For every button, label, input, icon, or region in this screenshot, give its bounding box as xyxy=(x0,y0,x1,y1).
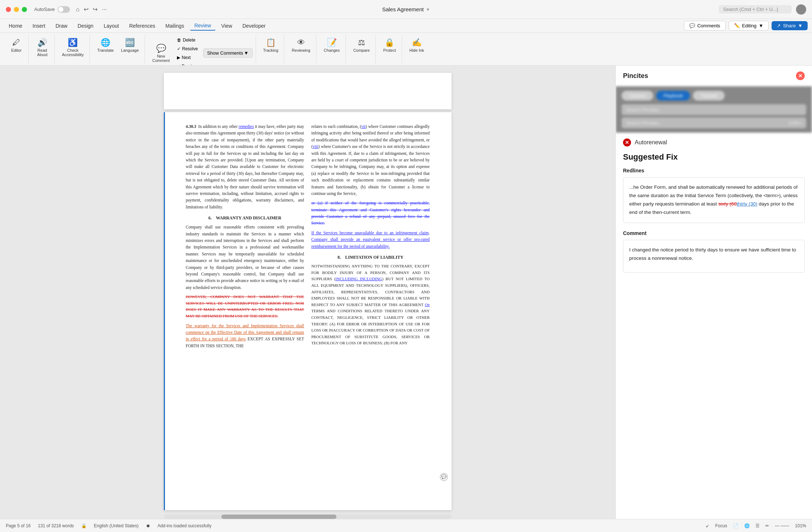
menu-layout[interactable]: Layout xyxy=(99,21,123,30)
columns-icon[interactable]: ☰ xyxy=(756,523,760,528)
tab-playbook[interactable]: Playbook xyxy=(656,91,690,101)
ribbon-editor-button[interactable]: 🖊 Editor xyxy=(7,36,25,54)
pincites-close-button[interactable]: ✕ xyxy=(796,71,805,80)
ribbon-group-reviewing: 👁 Reviewing xyxy=(286,35,316,63)
menu-draw[interactable]: Draw xyxy=(51,21,72,30)
share-button[interactable]: ↗ Share ▼ xyxy=(772,21,808,30)
pincites-panel: Pincites ✕ Clauses Playbook Tracked Sear… xyxy=(615,66,812,519)
pencil-status-icon[interactable]: ✏ xyxy=(765,523,769,528)
resolve-label: Resolve xyxy=(182,46,198,51)
editor-label: Editor xyxy=(11,48,22,52)
expand-icon[interactable]: ↙ xyxy=(706,523,709,528)
main-area: 4.30.3 In addition to any other remedies… xyxy=(0,66,812,519)
reviewing-label: Reviewing xyxy=(292,48,310,52)
warranty-text: The warranty for the Services and Implem… xyxy=(186,324,304,341)
tab-clauses[interactable]: Clauses xyxy=(622,91,653,101)
search-box[interactable]: Search (Cmd + Ctrl + U...) xyxy=(719,5,792,13)
comments-icon: 💬 xyxy=(689,23,695,28)
ribbon-translate-button[interactable]: 🌐 Translate xyxy=(94,36,117,54)
titlebar-right: Search (Cmd + Ctrl + U...) xyxy=(719,4,806,15)
language-indicator: English (United States) xyxy=(94,523,139,528)
document-page-main[interactable]: 4.30.3 In addition to any other remedies… xyxy=(164,112,452,510)
ribbon-group-language: 🌐 Translate 🔤 Language xyxy=(91,35,145,63)
hide-ink-label: Hide Ink xyxy=(409,48,424,52)
document-area[interactable]: 4.30.3 In addition to any other remedies… xyxy=(0,66,615,519)
ribbon-previous-button[interactable]: ◀ Previous xyxy=(174,63,202,66)
next-icon: ▶ xyxy=(177,55,180,60)
autosave-section: AutoSave xyxy=(34,6,70,13)
redo-icon[interactable]: ↩ xyxy=(93,6,98,13)
right-para-2: or (a) if neither of the foregoing is co… xyxy=(311,200,430,227)
tab-tracked[interactable]: Tracked xyxy=(693,91,724,101)
section-6-para1: Company shall use reasonable efforts con… xyxy=(186,224,304,291)
menu-view[interactable]: View xyxy=(217,21,237,30)
protect-icon: 🔒 xyxy=(385,38,394,47)
ribbon-changes-button[interactable]: 📝 Changes xyxy=(321,36,343,54)
user-avatar[interactable] xyxy=(796,4,806,15)
menu-home[interactable]: Home xyxy=(4,21,27,30)
menu-design[interactable]: Design xyxy=(73,21,98,30)
comment-box[interactable]: I changed the notice period to thirty da… xyxy=(623,240,805,273)
ribbon-read-aloud-button[interactable]: 🔊 ReadAloud xyxy=(33,36,51,58)
read-aloud-label: ReadAloud xyxy=(37,48,47,57)
ribbon-next-button[interactable]: ▶ Next xyxy=(174,54,202,61)
document-page-top xyxy=(164,73,452,109)
ribbon-delete-button[interactable]: 🗑 Delete xyxy=(174,36,202,44)
close-button[interactable] xyxy=(6,7,11,12)
ribbon-group-changes: 📝 Changes xyxy=(318,35,346,63)
globe-icon[interactable]: 🌐 xyxy=(744,523,750,528)
maximize-button[interactable] xyxy=(22,7,27,12)
ribbon-group-editor: 🖊 Editor xyxy=(4,35,29,63)
new-comment-label: NewComment xyxy=(152,54,170,63)
suggested-fix-title: Suggested Fix xyxy=(623,152,805,162)
menu-mailings[interactable]: Mailings xyxy=(161,21,188,30)
share-chevron-icon: ▼ xyxy=(798,23,803,28)
menu-insert[interactable]: Insert xyxy=(28,21,50,30)
ribbon-language-button[interactable]: 🔤 Language xyxy=(118,36,142,54)
editing-button[interactable]: ✏️ Editing ▼ xyxy=(729,21,769,31)
editing-chevron-icon: ▼ xyxy=(759,23,764,28)
horizontal-scrollbar[interactable] xyxy=(164,515,452,519)
ribbon-compare-button[interactable]: ⚖ Compare xyxy=(350,36,373,54)
show-comments-chevron-icon: ▼ xyxy=(244,50,249,56)
accessibility-label: CheckAccessibility xyxy=(62,48,84,57)
undo-icon[interactable]: ↩ xyxy=(84,6,88,13)
menu-developer[interactable]: Developer xyxy=(238,21,270,30)
more-icon[interactable]: ··· xyxy=(102,6,107,13)
view-icon[interactable]: 📄 xyxy=(733,523,738,528)
statusbar-right: ↙ Focus 📄 🌐 ☰ ✏ — —— 101% xyxy=(706,523,806,528)
minimize-button[interactable] xyxy=(14,7,19,12)
zoom-slider[interactable]: — —— xyxy=(775,523,789,528)
ribbon-protect-button[interactable]: 🔒 Protect xyxy=(380,36,399,54)
editor-icon: 🖊 xyxy=(12,38,20,47)
pincites-filter-blurred[interactable]: Search Pincites... 1200+ xyxy=(622,117,806,128)
filter-text: Search Pincites... xyxy=(626,120,663,126)
lock-icon: 🔒 xyxy=(81,523,87,528)
ribbon-hide-ink-button[interactable]: ✍ Hide Ink xyxy=(406,36,427,54)
focus-label[interactable]: Focus xyxy=(715,523,727,528)
horizontal-scrollbar-thumb[interactable] xyxy=(221,515,336,519)
ribbon-tracking-button[interactable]: 📋 Tracking xyxy=(260,36,281,54)
ribbon-show-comments-button[interactable]: Show Comments ▼ xyxy=(203,48,253,58)
hide-ink-icon: ✍ xyxy=(412,38,422,47)
ribbon-reviewing-button[interactable]: 👁 Reviewing xyxy=(289,36,313,54)
menu-review[interactable]: Review xyxy=(190,21,216,31)
issue-error-icon: ✕ xyxy=(623,138,631,146)
pincites-search-blurred[interactable]: Search Pincites... xyxy=(622,104,806,115)
ribbon-new-comment-button[interactable]: 💬 NewComment xyxy=(149,42,173,64)
comment-indicator[interactable]: 💬 xyxy=(440,473,448,481)
ribbon-resolve-button[interactable]: ✓ Resolve xyxy=(174,45,202,52)
comments-button[interactable]: 💬 Comments xyxy=(684,21,726,31)
autosave-toggle[interactable] xyxy=(58,6,70,13)
redlines-box: ...he Order Form, and shall be automatic… xyxy=(623,177,805,223)
home-icon[interactable]: ⌂ xyxy=(76,6,79,13)
protect-label: Protect xyxy=(383,48,396,52)
new-comment-icon: 💬 xyxy=(156,44,166,53)
ribbon-accessibility-button[interactable]: ♿ CheckAccessibility xyxy=(59,36,87,58)
pincites-tabs-blurred: Clauses Playbook Tracked Search Pincites… xyxy=(616,86,812,133)
ribbon-group-tracking: 📋 Tracking xyxy=(257,35,285,63)
status-message: Add-ins loaded successfully xyxy=(158,523,212,528)
menu-references[interactable]: References xyxy=(125,21,160,30)
redlines-added-text: thirty (30) xyxy=(737,201,757,207)
comment-bubble[interactable]: 💬 xyxy=(440,473,448,481)
